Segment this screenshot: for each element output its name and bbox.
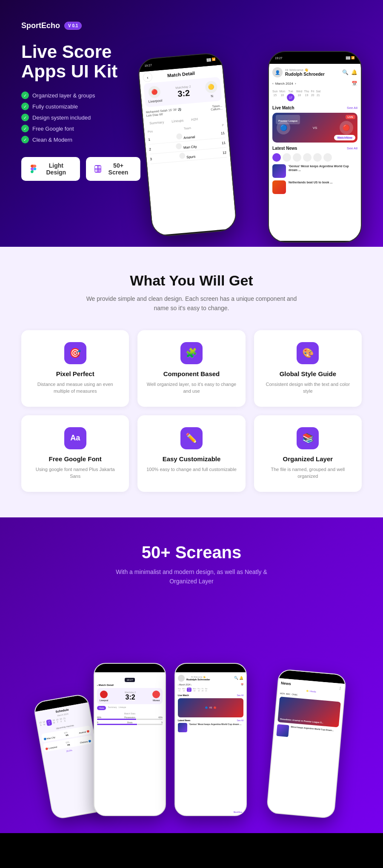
news-text-1: 'Genius' Messi keeps Argentina World Cup… xyxy=(289,164,357,172)
category-icon[interactable] xyxy=(313,153,322,162)
team-left: 🔴 Liverpool xyxy=(147,86,163,104)
mini-tab-summary[interactable]: Summary xyxy=(108,706,117,710)
player-right: Taiwo... Callum... xyxy=(210,104,223,111)
feature-title: Free Google Font xyxy=(30,455,120,463)
see-all-live[interactable]: See All xyxy=(347,106,357,110)
hero-section: SportEcho V 0.1 Live Score Apps UI Kit ✓… xyxy=(0,0,383,247)
news-category-icons xyxy=(272,153,357,162)
player-left: Mohamed Salah 15' 39' ⚽ Luis Diaz 66' xyxy=(146,108,182,117)
screens-subtitle: With a minimalist and modern design, as … xyxy=(106,567,277,586)
screens-button[interactable]: 50+ Screen xyxy=(86,157,140,181)
day-picker: Sun15 Mon16 Tue 17 Wed18 T xyxy=(272,90,357,101)
feature-title: Pixel Perfect xyxy=(30,370,120,377)
more-options[interactable]: ⋮ xyxy=(338,686,342,690)
tab-h2h[interactable]: H2H xyxy=(189,116,201,123)
header-icons: 🔍 🔔 xyxy=(342,69,357,75)
what-title: What You Will Get xyxy=(21,272,362,289)
light-design-button[interactable]: Light Design xyxy=(21,157,80,181)
news-featured-card[interactable]: Showdown: Arsenal vs Premier League S... xyxy=(277,697,341,727)
feature-item: ✓ Fully customizable xyxy=(21,103,140,110)
mini-team-left: Liverpool xyxy=(100,691,108,702)
mini-day: 15S xyxy=(39,721,43,727)
tab-lineups[interactable]: Lineups xyxy=(169,117,186,125)
brand-container: SportEcho V 0.1 xyxy=(21,21,140,30)
mini-match-card-live: 🔵 VS 🔴 WatchNow xyxy=(178,698,243,717)
feature-desc: The file is named, grouped and well orga… xyxy=(263,466,353,480)
search-icon[interactable]: 🔍 xyxy=(342,69,349,75)
feature-title: Global Style Guide xyxy=(263,370,353,377)
user-avatar: 👤 xyxy=(272,67,283,77)
day-sun[interactable]: Sun15 xyxy=(272,90,277,101)
feature-card-component: 🧩 Component Based Well organized layer, … xyxy=(137,330,245,407)
category-icon[interactable] xyxy=(293,153,301,162)
tab-summary[interactable]: Summary xyxy=(147,119,167,127)
what-subtitle: We provide simple and clean design. Each… xyxy=(85,294,298,313)
mini-tab-stats[interactable]: Stats xyxy=(97,706,106,710)
day-wed[interactable]: Wed18 xyxy=(296,90,302,101)
see-all-news[interactable]: See All xyxy=(347,146,357,150)
day-sat[interactable]: Sat21 xyxy=(316,90,321,101)
next-month-icon[interactable]: › xyxy=(295,82,296,86)
category-icon[interactable] xyxy=(283,153,291,162)
feature-card-customizable: ✏️ Easy Customizable 100% easy to change… xyxy=(137,415,245,492)
calendar-nav: ‹ March 2024 › 📅 xyxy=(272,81,357,86)
feature-item: ✓ Organized layer & groups xyxy=(21,91,140,99)
news-item-2[interactable]: Netherlands beat US to book ... xyxy=(272,180,357,194)
organized-icon: 📚 xyxy=(297,427,319,449)
mini-news-text-1: 'Genius' Messi keeps Argentina World Cup… xyxy=(189,723,241,732)
mini-team-logo-r xyxy=(152,691,160,698)
calendar-icon[interactable]: 📅 xyxy=(352,81,357,86)
feature-title: Easy Customizable xyxy=(146,455,237,463)
feature-desc: Well organized layer, so it's easy to ch… xyxy=(146,381,237,395)
category-icon[interactable] xyxy=(323,153,332,162)
svg-rect-0 xyxy=(95,166,97,168)
notch-pill-front xyxy=(298,52,332,61)
live-score-mini-screen: Hi Welcome 👋 Rudolph Schroeder 🔍 🔔 ‹ Mar… xyxy=(175,672,246,814)
latest-news-label: Latest News xyxy=(272,146,297,151)
mini-day-item: Sun15 xyxy=(178,688,181,692)
google-font-icon: Aa xyxy=(64,427,86,449)
svg-rect-3 xyxy=(98,169,101,172)
mini-day-strip: Sun15 Mon16 Tue17 Wed18 Thu19 Fri20 Sat2… xyxy=(178,688,243,692)
mini-header-icons: 🔍 🔔 xyxy=(234,676,243,680)
day-mon[interactable]: Mon16 xyxy=(279,90,285,101)
feature-item: ✓ Design system included xyxy=(21,114,140,121)
mini-watch-btn: WatchNow xyxy=(232,810,244,814)
day-tue-active[interactable]: Tue 17 xyxy=(287,90,294,101)
phone-front: 19:27 ▓▓ 📶 👤 Hi Welcome 👋 Rudolph Schroe… xyxy=(268,51,362,243)
day-thu[interactable]: Thu19 xyxy=(304,90,309,101)
match-detail-mini-screen: 19:27 ‹ Match Detail Liverpool Matchday … xyxy=(94,672,165,814)
what-section: What You Will Get We provide simple and … xyxy=(0,247,383,517)
feature-desc: Distance and measue using an even multip… xyxy=(30,381,120,395)
mini-tab-lineups[interactable]: Lineups xyxy=(119,706,126,710)
match-score: 3:2 xyxy=(176,88,192,99)
ls-header: 👤 Hi Welcome 👋 Rudolph Schroeder 🔍 🔔 xyxy=(272,67,357,77)
mini-day: 20F xyxy=(60,717,63,724)
match-detail-content: ‹ Match Detail 🔴 Liverpool Matchday 2 3:… xyxy=(139,65,237,236)
watch-now-button[interactable]: WatchNow xyxy=(334,135,355,140)
mini-news-headline: Messi keeps Argentina World Cup dream... xyxy=(290,725,334,741)
mini-news-1: 'Genius' Messi keeps Argentina World Cup… xyxy=(178,723,243,732)
check-icon: ✓ xyxy=(21,136,29,143)
notch-pill xyxy=(200,665,221,671)
day-fri[interactable]: Fri20 xyxy=(311,90,314,101)
notch xyxy=(94,664,165,672)
user-info: Hi Welcome 👋 Rudolph Schroeder xyxy=(285,68,325,77)
mini-user-info: Hi Welcome 👋 Rudolph Schroeder xyxy=(186,676,210,681)
live-match-card[interactable]: Premier League LIVE 🔵 VS 🔴 WatchNow xyxy=(272,113,357,143)
stat-bar-2: 8Shots5 xyxy=(97,721,163,725)
news-thumbnail-1 xyxy=(272,164,286,178)
category-icon[interactable] xyxy=(303,153,312,162)
prev-month-icon[interactable]: ‹ xyxy=(272,82,274,86)
score-container: Matchday 2 3:2 xyxy=(175,85,192,99)
back-button[interactable]: ‹ xyxy=(143,72,153,83)
bell-icon[interactable]: 🔔 xyxy=(351,69,357,75)
news-item-1[interactable]: 'Genius' Messi keeps Argentina World Cup… xyxy=(272,164,357,178)
grid-icon xyxy=(94,165,101,173)
svg-rect-1 xyxy=(98,166,101,168)
mini-section-header: Live MatchSee All xyxy=(178,694,243,697)
mini-score-center: Matchday 2 3:2 xyxy=(125,691,136,701)
mini-match-card: Liverpool Matchday 2 3:2 Nforest xyxy=(97,688,163,704)
component-icon: 🧩 xyxy=(180,342,203,364)
category-icon[interactable] xyxy=(272,153,281,162)
